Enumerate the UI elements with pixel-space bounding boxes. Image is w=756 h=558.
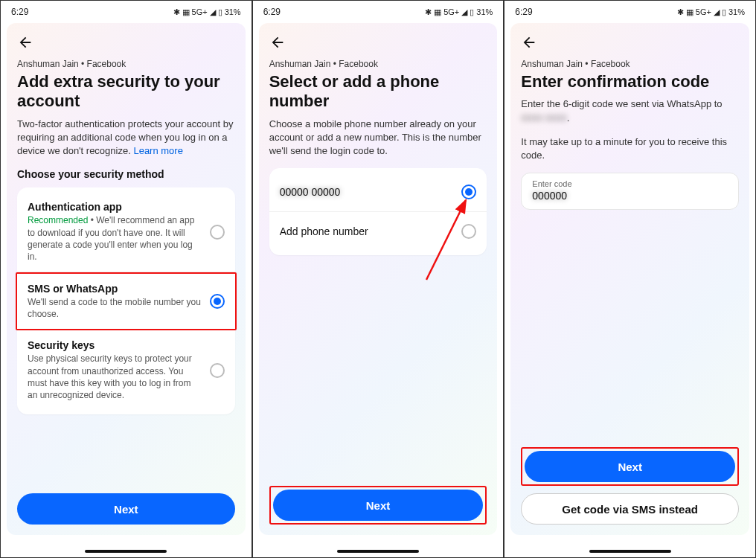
vibrate-icon: ▦: [182, 7, 190, 17]
screen-1: 6:29 ✱ ▦ 5G+ ◢ ▯ 31% Anshuman Jain • Fac…: [0, 0, 252, 558]
learn-more-link[interactable]: Learn more: [133, 145, 182, 156]
statusbar-right: ✱ ▦ 5G+ ◢ ▯ 31%: [173, 7, 241, 17]
radio-selected-icon: [461, 185, 476, 199]
page-description-1: Enter the 6-digit code we sent via Whats…: [521, 97, 739, 124]
screen-content: Anshuman Jain • Facebook Add extra secur…: [7, 23, 246, 535]
battery-percent: 31%: [476, 7, 493, 16]
bluetooth-icon: ✱: [425, 7, 432, 17]
back-button[interactable]: [17, 33, 35, 51]
page-description: Two-factor authentication protects your …: [17, 118, 235, 158]
screen-2: 6:29 ✱ ▦ 5G+ ◢ ▯ 31% Anshuman Jain • Fac…: [252, 0, 504, 558]
breadcrumb: Anshuman Jain • Facebook: [269, 59, 487, 69]
statusbar-time: 6:29: [263, 7, 281, 17]
option-auth-app[interactable]: Authentication app Recommended • We'll r…: [17, 192, 235, 272]
radio-unselected-icon: [210, 225, 225, 240]
battery-percent: 31%: [728, 7, 745, 16]
redacted-phone: 0000 0000: [521, 112, 566, 124]
code-input[interactable]: Enter code 000000: [521, 173, 739, 210]
page-title: Enter confirmation code: [521, 72, 739, 92]
option-security-keys[interactable]: Security keys Use physical security keys…: [17, 330, 235, 410]
bluetooth-icon: ✱: [173, 7, 180, 17]
option-existing-phone[interactable]: 00000 00000: [269, 173, 487, 212]
add-phone-label: Add phone number: [280, 225, 455, 237]
breadcrumb: Anshuman Jain • Facebook: [521, 59, 739, 69]
screen-3: 6:29 ✱ ▦ 5G+ ◢ ▯ 31% Anshuman Jain • Fac…: [504, 0, 756, 558]
breadcrumb: Anshuman Jain • Facebook: [17, 59, 235, 69]
next-button-highlight: Next: [521, 447, 739, 486]
bluetooth-icon: ✱: [677, 7, 684, 17]
input-value: 000000: [532, 190, 728, 202]
option-sub: Recommended • We'll recommend an app to …: [28, 214, 202, 263]
network-label: 5G+: [192, 7, 208, 16]
option-sub: Use physical security keys to protect yo…: [28, 353, 202, 401]
phone-number-list: 00000 00000 Add phone number: [269, 168, 487, 255]
page-description-2: It may take up to a minute for you to re…: [521, 135, 739, 162]
statusbar-right: ✱ ▦ 5G+ ◢ ▯ 31%: [425, 7, 493, 17]
statusbar: 6:29 ✱ ▦ 5G+ ◢ ▯ 31%: [1, 1, 252, 23]
option-sms-whatsapp[interactable]: SMS or WhatsApp We'll send a code to the…: [16, 272, 237, 330]
next-button[interactable]: Next: [17, 493, 235, 525]
option-title: SMS or WhatsApp: [28, 283, 202, 295]
nav-indicator[interactable]: [337, 550, 419, 553]
next-button[interactable]: Next: [273, 490, 484, 521]
battery-percent: 31%: [225, 7, 241, 16]
statusbar-time: 6:29: [515, 7, 532, 17]
statusbar-time: 6:29: [11, 7, 28, 17]
back-button[interactable]: [269, 33, 287, 51]
arrow-left-icon: [269, 34, 286, 51]
page-title: Add extra security to your account: [17, 72, 235, 112]
network-label: 5G+: [443, 7, 459, 16]
arrow-left-icon: [17, 34, 33, 51]
option-sub: We'll send a code to the mobile number y…: [28, 296, 202, 320]
screen-content: Anshuman Jain • Facebook Select or add a…: [259, 23, 498, 535]
signal-icon: ◢: [461, 7, 467, 17]
screen-content: Anshuman Jain • Facebook Enter confirmat…: [510, 23, 749, 535]
option-title: Authentication app: [28, 201, 202, 213]
back-button[interactable]: [521, 33, 539, 51]
input-label: Enter code: [532, 179, 728, 188]
vibrate-icon: ▦: [434, 7, 441, 17]
option-title: Security keys: [28, 339, 202, 351]
statusbar: 6:29 ✱ ▦ 5G+ ◢ ▯ 31%: [253, 1, 504, 23]
battery-icon: ▯: [722, 7, 726, 17]
signal-icon: ◢: [714, 7, 720, 17]
nav-indicator[interactable]: [589, 550, 671, 553]
network-label: 5G+: [696, 7, 711, 16]
next-button[interactable]: Next: [525, 451, 735, 482]
radio-unselected-icon: [210, 363, 225, 378]
battery-icon: ▯: [470, 7, 474, 17]
statusbar: 6:29 ✱ ▦ 5G+ ◢ ▯ 31%: [504, 1, 755, 23]
arrow-left-icon: [521, 34, 537, 51]
page-title: Select or add a phone number: [269, 72, 487, 112]
section-label: Choose your security method: [17, 168, 235, 180]
statusbar-right: ✱ ▦ 5G+ ◢ ▯ 31%: [677, 7, 745, 17]
security-method-list: Authentication app Recommended • We'll r…: [17, 187, 235, 414]
battery-icon: ▯: [218, 7, 222, 17]
radio-unselected-icon: [461, 224, 476, 239]
next-button-highlight: Next: [269, 486, 487, 525]
existing-phone-number: 00000 00000: [280, 186, 455, 198]
sms-instead-button[interactable]: Get code via SMS instead: [521, 493, 739, 525]
nav-indicator[interactable]: [85, 550, 167, 553]
signal-icon: ◢: [210, 7, 216, 17]
radio-selected-icon: [210, 294, 225, 309]
page-description: Choose a mobile phone number already on …: [269, 118, 487, 158]
vibrate-icon: ▦: [686, 7, 693, 17]
option-add-phone[interactable]: Add phone number: [269, 212, 487, 251]
